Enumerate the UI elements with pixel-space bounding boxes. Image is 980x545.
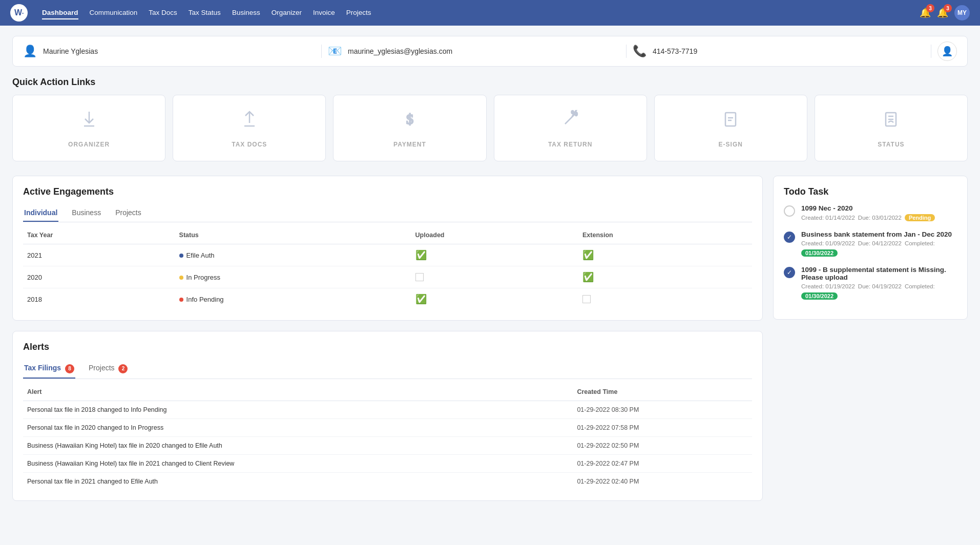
tax-return-icon: % xyxy=(560,109,580,134)
todo-meta: Created: 01/14/2022 Due: 03/01/2022Pendi… xyxy=(801,214,935,221)
status-dot xyxy=(179,254,183,258)
todo-meta: Created: 01/19/2022 Due: 04/19/2022Compl… xyxy=(801,283,957,300)
todo-completed-label: Completed: xyxy=(905,283,935,289)
navbar: W • DashboardCommunicationTax DocsTax St… xyxy=(0,0,980,26)
alert-tab-projects[interactable]: Projects 2 xyxy=(88,360,129,379)
qa-card-tax-return[interactable]: %TAX RETURN xyxy=(494,95,647,161)
todo-item-title: Business bank statement from Jan - Dec 2… xyxy=(801,230,957,238)
alert-tab-tax-filings[interactable]: Tax Filings 8 xyxy=(23,360,75,379)
list-item: 1099 Nec - 2020Created: 01/14/2022 Due: … xyxy=(784,204,957,221)
qa-card-tax-docs[interactable]: TAX DOCS xyxy=(173,95,326,161)
nav-link-invoice[interactable]: Invoice xyxy=(313,7,335,19)
engagements-table: Tax Year Status Uploaded Extension 2021 … xyxy=(23,226,752,310)
bottom-grid: Active Engagements IndividualBusinessPro… xyxy=(12,176,968,511)
qa-card-status[interactable]: STATUS xyxy=(815,95,968,161)
todo-created: Created: 01/19/2022 xyxy=(801,283,855,289)
e-sign-icon xyxy=(720,109,741,134)
alert-tabs: Tax Filings 8Projects 2 xyxy=(23,360,752,379)
cell-time: 01-29-2022 02:40 PM xyxy=(573,472,752,490)
todo-created: Created: 01/14/2022 xyxy=(801,215,855,221)
main-content: 👤 Maurine Yglesias 📧 maurine_yglesias@yg… xyxy=(0,26,980,521)
active-engagements-card: Active Engagements IndividualBusinessPro… xyxy=(12,176,763,321)
nav-link-tax-docs[interactable]: Tax Docs xyxy=(149,7,177,19)
cell-uploaded[interactable]: ✅ xyxy=(411,244,578,266)
todo-checkbox[interactable] xyxy=(784,205,795,217)
cell-uploaded[interactable] xyxy=(411,266,578,288)
cell-extension[interactable] xyxy=(578,288,752,310)
todo-content: 1099 - B supplemental statement is Missi… xyxy=(801,266,957,300)
nav-link-dashboard[interactable]: Dashboard xyxy=(42,7,78,19)
qa-card-e-sign[interactable]: E-SIGN xyxy=(654,95,807,161)
todo-checkbox[interactable]: ✓ xyxy=(784,267,795,278)
nav-link-tax-status[interactable]: Tax Status xyxy=(189,7,221,19)
alerts-button[interactable]: 🔔 3 xyxy=(937,7,948,18)
tab-projects[interactable]: Projects xyxy=(114,204,142,222)
cell-uploaded[interactable]: ✅ xyxy=(411,288,578,310)
cell-time: 01-29-2022 02:47 PM xyxy=(573,454,752,472)
qa-label: ORGANIZER xyxy=(68,141,110,148)
qa-card-payment[interactable]: $PAYMENT xyxy=(333,95,486,161)
cell-extension[interactable]: ✅ xyxy=(578,266,752,288)
nav-link-communication[interactable]: Communication xyxy=(90,7,138,19)
tax-docs-icon xyxy=(239,109,260,134)
check-icon: ✅ xyxy=(582,250,594,260)
table-row: Personal tax file in 2021 changed to Efi… xyxy=(23,472,752,490)
nav-link-projects[interactable]: Projects xyxy=(346,7,371,19)
tab-individual[interactable]: Individual xyxy=(23,204,58,222)
col-uploaded: Uploaded xyxy=(411,226,578,244)
col-time: Created Time xyxy=(573,383,752,401)
engagement-tabs: IndividualBusinessProjects xyxy=(23,204,752,222)
cell-extension[interactable]: ✅ xyxy=(578,244,752,266)
user-name: Maurine Yglesias xyxy=(43,47,98,55)
nav-links: DashboardCommunicationTax DocsTax Status… xyxy=(42,7,905,19)
cell-status: Efile Auth xyxy=(175,244,411,266)
qa-card-organizer[interactable]: ORGANIZER xyxy=(12,95,165,161)
notifications-badge: 3 xyxy=(926,4,934,12)
nav-right: 🔔 3 🔔 3 MY xyxy=(920,5,970,20)
nav-link-business[interactable]: Business xyxy=(232,7,260,19)
cell-time: 01-29-2022 07:58 PM xyxy=(573,418,752,436)
tab-business[interactable]: Business xyxy=(71,204,102,222)
cell-year: 2018 xyxy=(23,288,175,310)
table-row: 2018 Info Pending ✅ xyxy=(23,288,752,310)
qa-label: PAYMENT xyxy=(393,141,426,148)
nav-link-organizer[interactable]: Organizer xyxy=(272,7,302,19)
cell-alert: Business (Hawaiian King Hotel) tax file … xyxy=(23,454,573,472)
table-row: Personal tax file in 2020 changed to In … xyxy=(23,418,752,436)
col-status: Status xyxy=(175,226,411,244)
user-avatar[interactable]: MY xyxy=(954,5,970,20)
status-dot xyxy=(179,298,183,302)
quick-actions-grid: ORGANIZERTAX DOCS$PAYMENT%TAX RETURNE-SI… xyxy=(12,95,968,161)
check-icon: ✅ xyxy=(582,272,594,282)
todo-list: 1099 Nec - 2020Created: 01/14/2022 Due: … xyxy=(784,204,957,300)
uncheck-box[interactable] xyxy=(415,273,424,281)
notifications-button[interactable]: 🔔 3 xyxy=(920,7,931,18)
todo-content: Business bank statement from Jan - Dec 2… xyxy=(801,230,957,257)
alerts-title: Alerts xyxy=(23,342,752,352)
todo-card: Todo Task 1099 Nec - 2020Created: 01/14/… xyxy=(773,176,968,320)
table-row: 2020 In Progress ✅ xyxy=(23,266,752,288)
user-phone: 414-573-7719 xyxy=(653,47,697,55)
cell-year: 2020 xyxy=(23,266,175,288)
uncheck-box[interactable] xyxy=(582,295,591,303)
table-row: Business (Hawaiian King Hotel) tax file … xyxy=(23,436,752,454)
payment-icon: $ xyxy=(400,109,420,134)
todo-item-title: 1099 Nec - 2020 xyxy=(801,204,935,212)
status-icon xyxy=(881,109,901,134)
todo-created: Created: 01/09/2022 xyxy=(801,240,855,246)
cell-alert: Business (Hawaiian King Hotel) tax file … xyxy=(23,436,573,454)
col-extension: Extension xyxy=(578,226,752,244)
cell-time: 01-29-2022 02:50 PM xyxy=(573,436,752,454)
todo-due: Due: 03/01/2022 xyxy=(858,215,902,221)
logo[interactable]: W • xyxy=(10,4,28,22)
cell-alert: Personal tax file in 2021 changed to Efi… xyxy=(23,472,573,490)
todo-checkbox[interactable]: ✓ xyxy=(784,232,795,243)
profile-button[interactable]: 👤 xyxy=(937,41,957,61)
cell-alert: Personal tax file in 2020 changed to In … xyxy=(23,418,573,436)
cell-status: Info Pending xyxy=(175,288,411,310)
engagements-title: Active Engagements xyxy=(23,186,752,197)
svg-text:$: $ xyxy=(406,111,413,127)
qa-label: STATUS xyxy=(878,141,904,148)
col-year: Tax Year xyxy=(23,226,175,244)
qa-label: TAX DOCS xyxy=(232,141,267,148)
